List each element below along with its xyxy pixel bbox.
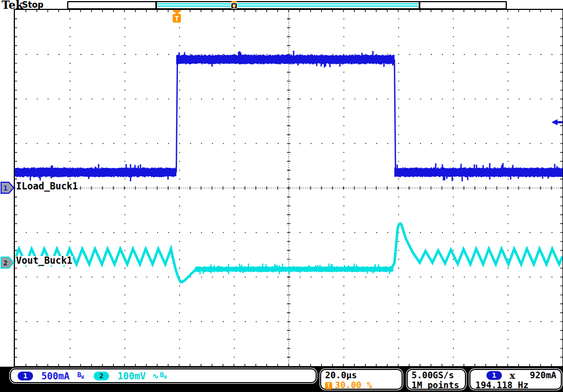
trigger-position-readout: T 30.00 %: [325, 380, 402, 390]
trigger-position-value: 30.00 %: [335, 380, 372, 390]
trigger-source-badge: 1: [486, 371, 502, 380]
channel1-ground-marker: 1: [1, 182, 14, 193]
timebase-readout-box: 20.0µs T 30.00 %: [320, 369, 403, 390]
channel2-ground-marker: 2: [1, 257, 14, 268]
status-bar: 1 500mA BW 2 100mV ∿ BW 20.0µs T 30.00 %…: [0, 367, 563, 392]
record-length: 1M points: [412, 380, 465, 390]
trigger-t-icon: T: [175, 14, 179, 23]
trigger-slope-icon: x: [510, 371, 515, 380]
channel-scale-readout-box: 1 500mA BW 2 100mV ∿ BW: [10, 368, 317, 383]
channel1-bandwidth-icon: BW: [77, 371, 84, 380]
trigger-readout-box: 1 x 920mA 194.118 Hz: [469, 369, 562, 390]
trigger-frequency: 194.118 Hz: [474, 380, 561, 390]
channel2-trace-label: Vout_Buck1: [15, 256, 73, 265]
channel2-badge: 2: [94, 372, 109, 380]
channel1-trace-label: ILoad_Buck1: [15, 182, 79, 191]
acquisition-readout-box: 5.00GS/s 1M points: [407, 369, 466, 390]
svg-text:2: 2: [3, 259, 8, 267]
svg-text:1: 1: [3, 184, 8, 192]
trigger-t-icon: T: [325, 382, 332, 389]
oscilloscope-screen: Tek Stop T T 1 2: [0, 0, 563, 392]
time-per-division: 20.0µs: [325, 371, 402, 380]
channel2-scale: 100mV: [117, 371, 145, 382]
channel1-scale: 500mA: [41, 371, 69, 382]
channel2-bandwidth-icon: BW: [160, 371, 166, 380]
trigger-level: 920mA: [530, 371, 556, 380]
graticule-display: T 1 2: [0, 0, 563, 367]
sample-rate: 5.00GS/s: [412, 371, 465, 380]
channel1-badge: 1: [18, 372, 33, 380]
channel2-coupling-icon: ∿: [152, 372, 159, 380]
